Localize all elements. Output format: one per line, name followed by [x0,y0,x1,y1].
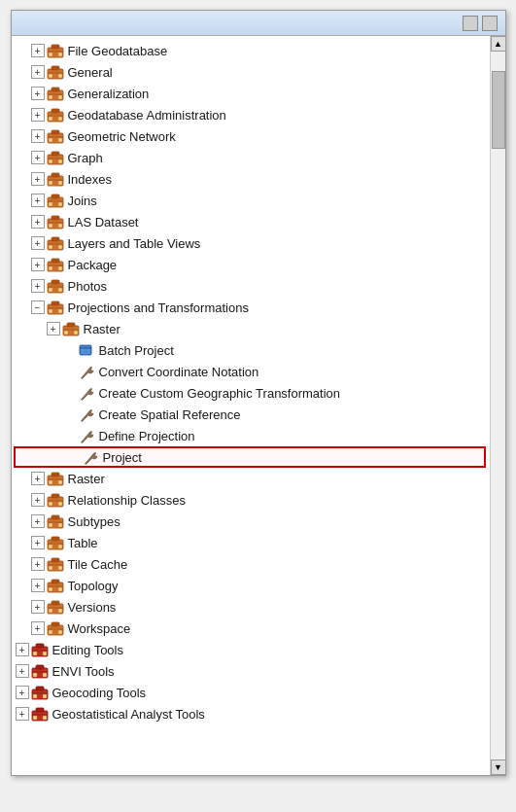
tree-item-versions[interactable]: + Versions [12,596,490,618]
tree-item-geometric-network[interactable]: + Geometric Network [12,125,490,147]
expand-icon-joins[interactable]: + [31,194,45,207]
expand-icon-photos[interactable]: + [31,279,45,293]
tree-item-create-custom-geo[interactable]: Create Custom Geographic Transformation [12,382,490,404]
expand-icon-indexes[interactable]: + [31,172,45,186]
tree-item-subtypes[interactable]: + Subtypes [12,511,490,532]
tree-item-generalization[interactable]: + Generalization [12,83,490,104]
scroll-thumb[interactable] [492,71,505,149]
expand-icon-raster[interactable]: + [31,472,45,485]
tree-item-layers-table-views[interactable]: + Layers and Table Views [12,232,490,254]
svg-rect-87 [58,523,62,527]
scroll-up-button[interactable]: ▲ [491,36,506,52]
expand-icon-projections-transformations[interactable]: − [31,300,45,314]
expand-icon-subtypes[interactable]: + [31,514,45,528]
item-icon-joins [47,192,64,209]
item-label-table: Table [68,536,98,550]
svg-rect-4 [58,53,62,56]
expand-placeholder-create-custom-geo [62,386,76,400]
expand-icon-generalization[interactable]: + [31,87,45,100]
tree-item-indexes[interactable]: + Indexes [12,168,490,190]
tree-item-workspace[interactable]: + Workspace [12,618,490,639]
svg-rect-49 [58,245,62,249]
expand-icon-package[interactable]: + [31,258,45,271]
tree-item-convert-coordinate[interactable]: Convert Coordinate Notation [12,361,490,382]
tree-item-relationship-classes[interactable]: + Relationship Classes [12,489,490,511]
expand-icon-table[interactable]: + [31,536,45,549]
tree-panel[interactable]: + File Geodatabase+ General+ Generalizat… [12,36,490,775]
expand-icon-geometric-network[interactable]: + [31,129,45,143]
svg-rect-89 [52,537,59,541]
svg-rect-126 [33,694,37,698]
item-icon-table [47,534,64,551]
svg-rect-107 [58,609,62,613]
tree-item-general[interactable]: + General [12,61,490,83]
expand-icon-tile-cache[interactable]: + [31,557,45,571]
tree-item-table[interactable]: + Table [12,532,490,553]
svg-rect-3 [49,53,52,56]
expand-icon-editing-tools[interactable]: + [16,643,29,656]
expand-placeholder-convert-coordinate [62,365,76,378]
tree-item-graph[interactable]: + Graph [12,147,490,168]
tree-item-geostatistical-analyst[interactable]: + Geostatistical Analyst Tools [12,703,490,724]
item-label-projections-transformations: Projections and Transformations [68,300,249,315]
item-icon-topology [47,577,64,594]
item-label-create-custom-geo: Create Custom Geographic Transformation [99,386,341,401]
tree-item-photos[interactable]: + Photos [12,275,490,297]
expand-icon-geodatabase-admin[interactable]: + [31,108,45,122]
tree-item-file-geodatabase[interactable]: + File Geodatabase [12,40,490,61]
item-label-project: Project [103,450,142,465]
scroll-track [491,52,505,759]
close-button[interactable] [482,16,498,31]
expand-icon-raster-sub[interactable]: + [47,322,60,335]
tree-item-define-projection[interactable]: Define Projection [12,425,490,446]
svg-rect-116 [33,652,37,655]
svg-rect-84 [52,515,59,519]
expand-icon-relationship-classes[interactable]: + [31,493,45,507]
svg-rect-44 [58,224,62,228]
svg-rect-102 [58,587,62,591]
expand-icon-versions[interactable]: + [31,600,45,614]
svg-rect-104 [52,601,59,605]
tree-item-raster[interactable]: + Raster [12,468,490,489]
expand-icon-envi-tools[interactable]: + [16,664,29,678]
tree-item-project[interactable]: Project [14,446,486,468]
item-label-define-projection: Define Projection [99,429,195,443]
expand-icon-geocoding-tools[interactable]: + [16,686,29,699]
item-label-raster: Raster [68,472,105,486]
tree-item-create-spatial-ref[interactable]: Create Spatial Reference [12,404,490,425]
svg-rect-81 [49,502,52,506]
tree-item-batch-project[interactable]: Batch Project [12,339,490,361]
tree-item-las-dataset[interactable]: + LAS Dataset [12,211,490,232]
tree-item-envi-tools[interactable]: + ENVI Tools [12,660,490,682]
expand-icon-geostatistical-analyst[interactable]: + [16,707,29,721]
tree-item-joins[interactable]: + Joins [12,190,490,211]
svg-rect-46 [52,237,59,241]
tree-item-geocoding-tools[interactable]: + Geocoding Tools [12,682,490,703]
item-label-tile-cache: Tile Cache [68,557,128,572]
minimize-button[interactable] [463,16,478,31]
tree-item-geodatabase-admin[interactable]: + Geodatabase Administration [12,104,490,125]
svg-rect-71 [81,348,90,354]
tree-item-package[interactable]: + Package [12,254,490,275]
tree-item-topology[interactable]: + Topology [12,575,490,596]
svg-rect-96 [49,566,52,570]
tree-item-raster-sub[interactable]: + Raster [12,318,490,339]
scroll-down-button[interactable]: ▼ [491,759,506,775]
expand-icon-workspace[interactable]: + [31,621,45,635]
expand-icon-topology[interactable]: + [31,579,45,592]
tree-item-editing-tools[interactable]: + Editing Tools [12,639,490,660]
item-label-batch-project: Batch Project [99,343,174,358]
item-label-file-geodatabase: File Geodatabase [68,44,168,58]
expand-icon-las-dataset[interactable]: + [31,215,45,229]
svg-rect-26 [52,152,59,156]
item-icon-geometric-network [47,127,64,145]
expand-icon-layers-table-views[interactable]: + [31,236,45,250]
expand-icon-file-geodatabase[interactable]: + [31,44,45,57]
item-icon-indexes [47,170,64,188]
tree-item-projections-transformations[interactable]: − Projections and Transformations [12,297,490,318]
tree-item-tile-cache[interactable]: + Tile Cache [12,553,490,575]
svg-rect-13 [49,95,52,99]
expand-icon-graph[interactable]: + [31,151,45,164]
expand-icon-general[interactable]: + [31,65,45,79]
item-label-layers-table-views: Layers and Table Views [68,236,201,251]
